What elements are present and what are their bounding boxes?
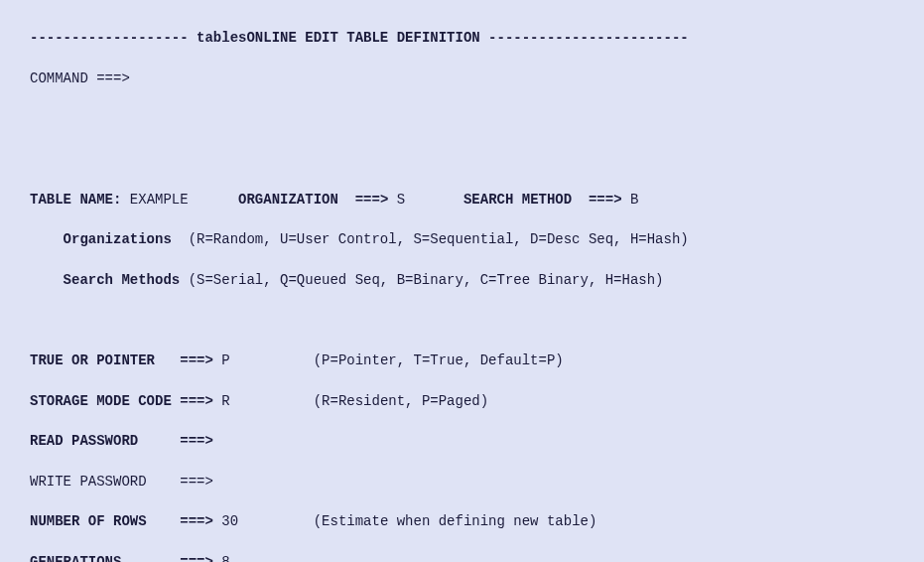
search-legend: Search Methods (S=Serial, Q=Queued Seq, … xyxy=(30,270,894,290)
arrow-icon: ===> xyxy=(180,352,213,368)
true-pointer-label: TRUE OR POINTER xyxy=(30,352,180,368)
title-dash-right: ------------------------ xyxy=(488,30,689,46)
search-method-input[interactable]: B xyxy=(622,192,639,208)
num-rows-input[interactable]: 30 xyxy=(213,513,238,529)
num-rows-row: NUMBER OF ROWS ===> 30 (Estimate when de… xyxy=(30,511,894,531)
true-pointer-hint: (P=Pointer, T=True, Default=P) xyxy=(314,352,564,368)
arrow-icon: ===> xyxy=(180,554,213,562)
read-password-label: READ PASSWORD xyxy=(30,433,180,449)
search-legend-label: Search Methods xyxy=(64,272,181,288)
read-password-row: READ PASSWORD ===> xyxy=(30,431,894,451)
generations-input[interactable]: 8 xyxy=(213,554,230,562)
arrow-icon: ===> xyxy=(180,433,213,449)
generations-row: GENERATIONS ===> 8 xyxy=(30,552,894,562)
organization-label: ORGANIZATION ===> xyxy=(238,192,388,208)
arrow-icon: ===> xyxy=(180,393,213,409)
true-pointer-row: TRUE OR POINTER ===> P (P=Pointer, T=Tru… xyxy=(30,351,894,370)
write-password-row: WRITE PASSWORD ===> xyxy=(30,472,894,492)
num-rows-label: NUMBER OF ROWS xyxy=(30,513,180,529)
command-label: COMMAND ===> xyxy=(30,70,130,86)
storage-mode-hint: (R=Resident, P=Paged) xyxy=(314,393,488,409)
search-method-label: SEARCH METHOD ===> xyxy=(463,192,622,208)
command-line: COMMAND ===> xyxy=(30,69,894,88)
title-dash-left: ------------------- xyxy=(30,30,189,46)
storage-mode-input[interactable]: R xyxy=(213,393,230,409)
arrow-icon: ===> xyxy=(180,474,213,490)
title-line: ------------------- tablesONLINE EDIT TA… xyxy=(30,28,894,48)
org-legend: Organizations (R=Random, U=User Control,… xyxy=(30,229,894,249)
header-line: TABLE NAME: EXAMPLE ORGANIZATION ===> S … xyxy=(30,190,894,210)
generations-label: GENERATIONS xyxy=(30,554,180,562)
storage-mode-label: STORAGE MODE CODE xyxy=(30,393,180,409)
storage-mode-row: STORAGE MODE CODE ===> R (R=Resident, P=… xyxy=(30,391,894,411)
search-legend-text: (S=Serial, Q=Queued Seq, B=Binary, C=Tre… xyxy=(180,272,663,288)
org-legend-text: (R=Random, U=User Control, S=Sequential,… xyxy=(172,231,689,247)
title-label: tablesONLINE EDIT TABLE DEFINITION xyxy=(189,30,488,46)
org-legend-label: Organizations xyxy=(64,231,172,247)
terminal-screen: ------------------- tablesONLINE EDIT TA… xyxy=(0,0,924,562)
table-name-label: TABLE NAME: xyxy=(30,192,121,208)
write-password-label: WRITE PASSWORD xyxy=(30,474,180,490)
num-rows-hint: (Estimate when defining new table) xyxy=(314,513,597,529)
table-name-value[interactable]: EXAMPLE xyxy=(121,192,188,208)
organization-input[interactable]: S xyxy=(388,192,405,208)
true-pointer-input[interactable]: P xyxy=(213,352,230,368)
arrow-icon: ===> xyxy=(180,513,213,529)
